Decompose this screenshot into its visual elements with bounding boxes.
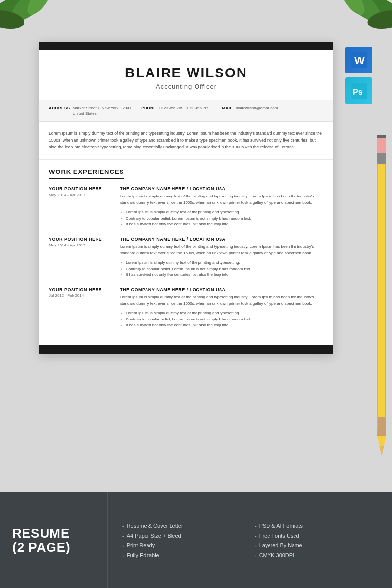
resume-card: BLAIRE WILSON Accounting Officer ADDRESS… bbox=[39, 42, 333, 354]
feature-layered-by-name: - Layered By Name bbox=[255, 542, 377, 548]
bullet-1-2: Contrary to popular belief, Lorem Ipsum … bbox=[120, 216, 323, 222]
job-desc-3: Lorem Ipsum is simply dummy text of the … bbox=[120, 294, 323, 307]
feature-psd-ai: - PSD & AI Formats bbox=[255, 523, 377, 529]
resume-intro: Lorem Ipsum is simply dummy text of the … bbox=[39, 122, 333, 160]
features-right-col: - PSD & AI Formats - Free Fonts Used - L… bbox=[255, 502, 377, 578]
feature-cmyk: - CMYK 300DPI bbox=[255, 552, 377, 558]
email-label: EMAIL bbox=[220, 106, 233, 110]
email-group: EMAIL blairewilson@email.com bbox=[220, 105, 278, 111]
bullet-3-2: Contrary to popular belief, Lorem Ipsum … bbox=[120, 317, 323, 323]
bullet-2-3: It has survived not only five centuries,… bbox=[120, 272, 323, 278]
feature-print-ready: - Print Ready bbox=[122, 542, 245, 548]
resume-info-bar: ADDRESS Market Street 1, New York, 12341… bbox=[39, 100, 333, 122]
job-date-2: May 2014 - Apr 2017 bbox=[49, 243, 113, 247]
job-right-2: THE COMPANY NAME HERE / LOCATION USA Lor… bbox=[120, 237, 323, 278]
job-entry-2: YOUR POSITION HERE May 2014 - Apr 2017 T… bbox=[49, 237, 323, 278]
bullet-3-1: Lorem Ipsum is simply dummy text of the … bbox=[120, 310, 323, 317]
address-value: Market Street 1, New York, 12341United S… bbox=[73, 105, 132, 116]
svg-text:W: W bbox=[354, 54, 365, 67]
features-left-col: - Resume & Cover Letter - A4 Paper Size … bbox=[122, 502, 245, 578]
svg-rect-15 bbox=[377, 152, 386, 164]
job-company-3: THE COMPANY NAME HERE / LOCATION USA bbox=[120, 287, 323, 292]
bullet-1-1: Lorem Ipsum is simply dummy text of the … bbox=[120, 209, 323, 216]
resume-header: BLAIRE WILSON Accounting Officer bbox=[39, 50, 333, 100]
bullet-2-1: Lorem Ipsum is simply dummy text of the … bbox=[120, 260, 323, 266]
svg-rect-17 bbox=[377, 135, 386, 138]
svg-rect-16 bbox=[377, 137, 386, 153]
left-leaves-decoration bbox=[0, 0, 69, 49]
feature-cover-letter: - Resume & Cover Letter bbox=[122, 523, 245, 529]
job-entry-1: YOUR POSITION HERE May 2014 - Apr 2017 T… bbox=[49, 186, 323, 228]
job-desc-1: Lorem Ipsum is simply dummy text of the … bbox=[120, 194, 323, 206]
svg-marker-20 bbox=[377, 416, 386, 436]
work-experience-section: WORK EXPERIENCES YOUR POSITION HERE May … bbox=[39, 160, 333, 345]
bottom-section: RESUME(2 PAGE) - Resume & Cover Letter -… bbox=[0, 492, 392, 588]
phone-label: PHONE bbox=[141, 106, 156, 110]
right-leaves-decoration bbox=[323, 0, 392, 49]
feature-paper-size: - A4 Paper Size + Bleed bbox=[122, 533, 245, 539]
bottom-title: RESUME(2 PAGE) bbox=[12, 526, 95, 554]
job-position-3: YOUR POSITION HERE bbox=[49, 287, 113, 292]
job-bullets-1: Lorem Ipsum is simply dummy text of the … bbox=[120, 209, 323, 228]
job-entry-3: YOUR POSITION HERE Jul 2012 - Feb 2014 T… bbox=[49, 287, 323, 329]
address-label: ADDRESS bbox=[49, 106, 70, 110]
phone-value: 0123 456 789, 0123 456 789 bbox=[159, 105, 209, 111]
resume-bottom-bar bbox=[39, 345, 333, 354]
feature-editable: - Fully Editable bbox=[122, 552, 245, 558]
job-desc-2: Lorem Ipsum is simply dummy text of the … bbox=[120, 244, 323, 257]
address-group: ADDRESS Market Street 1, New York, 12341… bbox=[49, 105, 131, 116]
job-company-2: THE COMPANY NAME HERE / LOCATION USA bbox=[120, 237, 323, 242]
resume-name: BLAIRE WILSON bbox=[49, 65, 323, 81]
svg-marker-13 bbox=[379, 446, 384, 456]
email-value: blairewilson@email.com bbox=[236, 105, 278, 111]
job-date-1: May 2014 - Apr 2017 bbox=[49, 193, 113, 197]
svg-rect-18 bbox=[377, 162, 378, 436]
ps-icon[interactable]: Ps bbox=[345, 77, 372, 104]
word-icon[interactable]: W bbox=[345, 47, 372, 74]
job-left-1: YOUR POSITION HERE May 2014 - Apr 2017 bbox=[49, 186, 113, 228]
job-company-1: THE COMPANY NAME HERE / LOCATION USA bbox=[120, 186, 323, 191]
bullet-3-3: It has survived not only five centuries,… bbox=[120, 322, 323, 329]
bottom-left: RESUME(2 PAGE) bbox=[0, 492, 108, 588]
job-right-1: THE COMPANY NAME HERE / LOCATION USA Lor… bbox=[120, 186, 323, 228]
app-icons-container: W Ps bbox=[345, 47, 372, 104]
job-date-3: Jul 2012 - Feb 2014 bbox=[49, 294, 113, 298]
job-bullets-2: Lorem Ipsum is simply dummy text of the … bbox=[120, 260, 323, 278]
bottom-right: - Resume & Cover Letter - A4 Paper Size … bbox=[108, 492, 392, 588]
section-title: WORK EXPERIENCES bbox=[49, 168, 124, 179]
svg-text:Ps: Ps bbox=[353, 88, 363, 96]
bullet-1-3: It has survived not only five centuries,… bbox=[120, 221, 323, 228]
resume-top-bar bbox=[39, 42, 333, 50]
job-position-2: YOUR POSITION HERE bbox=[49, 237, 113, 242]
pencil-decoration bbox=[376, 122, 387, 456]
svg-rect-19 bbox=[385, 162, 386, 436]
job-bullets-3: Lorem Ipsum is simply dummy text of the … bbox=[120, 310, 323, 329]
bullet-2-2: Contrary to popular belief, Lorem Ipsum … bbox=[120, 266, 323, 272]
feature-free-fonts: - Free Fonts Used bbox=[255, 533, 377, 539]
job-left-2: YOUR POSITION HERE May 2014 - Apr 2017 bbox=[49, 237, 113, 278]
svg-rect-14 bbox=[377, 162, 386, 436]
phone-group: PHONE 0123 456 789, 0123 456 789 bbox=[141, 105, 209, 111]
job-left-3: YOUR POSITION HERE Jul 2012 - Feb 2014 bbox=[49, 287, 113, 329]
job-position-1: YOUR POSITION HERE bbox=[49, 186, 113, 191]
resume-title: Accounting Officer bbox=[49, 83, 323, 90]
job-right-3: THE COMPANY NAME HERE / LOCATION USA Lor… bbox=[120, 287, 323, 329]
